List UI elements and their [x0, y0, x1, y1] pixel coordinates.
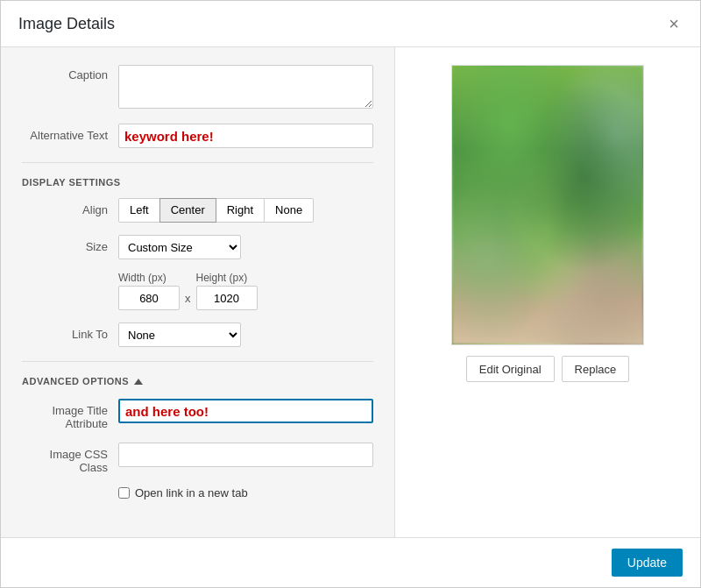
dimensions-row: Width (px) x Height (px) [118, 272, 373, 310]
modal-title: Image Details [18, 15, 115, 33]
edit-original-button[interactable]: Edit Original [466, 356, 555, 382]
new-tab-row: Open link in a new tab [118, 486, 373, 499]
preview-buttons: Edit Original Replace [466, 356, 630, 382]
caption-row: Caption [22, 65, 373, 111]
new-tab-label: Open link in a new tab [135, 486, 248, 499]
width-group: Width (px) [118, 272, 180, 310]
alt-text-input[interactable] [118, 124, 373, 148]
advanced-toggle-icon [134, 379, 143, 385]
image-title-label: Image TitleAttribute [22, 399, 118, 430]
image-title-input[interactable] [118, 399, 373, 423]
link-to-select[interactable]: None Media File Attachment Page Custom U… [118, 322, 241, 347]
size-control: Thumbnail Medium Large Custom Size [118, 235, 373, 259]
link-to-row: Link To None Media File Attachment Page … [22, 322, 373, 347]
height-group: Height (px) [196, 272, 258, 310]
divider-1 [22, 162, 373, 163]
display-settings-title: DISPLAY SETTINGS [22, 177, 373, 188]
height-label: Height (px) [196, 272, 258, 284]
caption-label: Caption [22, 65, 118, 81]
align-right-button[interactable]: Right [216, 198, 265, 223]
right-panel: Edit Original Replace [395, 47, 700, 537]
link-to-control: None Media File Attachment Page Custom U… [118, 322, 373, 347]
modal-header: Image Details × [1, 1, 700, 47]
image-preview-inner [452, 66, 643, 344]
dimension-separator: x [185, 292, 191, 305]
advanced-options-toggle[interactable]: ADVANCED OPTIONS [22, 376, 373, 386]
alt-text-control [118, 124, 373, 148]
divider-2 [22, 361, 373, 362]
advanced-options-title: ADVANCED OPTIONS [22, 376, 129, 386]
image-details-modal: Image Details × Caption Alternative Text [0, 0, 701, 588]
align-none-button[interactable]: None [264, 198, 314, 223]
new-tab-checkbox[interactable] [118, 487, 130, 499]
align-buttons: Left Center Right None [118, 198, 373, 223]
close-button[interactable]: × [665, 13, 683, 34]
modal-footer: Update [1, 537, 700, 587]
modal-body: Caption Alternative Text DISPLAY SETTING… [1, 47, 700, 537]
image-title-row: Image TitleAttribute [22, 399, 373, 430]
update-button[interactable]: Update [612, 549, 683, 577]
caption-input[interactable] [118, 65, 373, 109]
align-row: Align Left Center Right None [22, 198, 373, 223]
replace-button[interactable]: Replace [562, 356, 630, 382]
link-to-label: Link To [22, 322, 118, 341]
align-control: Left Center Right None [118, 198, 373, 223]
align-center-button[interactable]: Center [159, 198, 216, 223]
width-input[interactable] [118, 286, 180, 310]
image-title-control [118, 399, 373, 423]
size-select[interactable]: Thumbnail Medium Large Custom Size [118, 235, 241, 259]
css-class-label: Image CSS Class [22, 443, 118, 474]
css-class-row: Image CSS Class [22, 443, 373, 474]
alt-text-label: Alternative Text [22, 124, 118, 142]
size-label: Size [22, 235, 118, 253]
alt-text-row: Alternative Text [22, 124, 373, 148]
css-class-input[interactable] [118, 443, 373, 467]
height-input[interactable] [196, 286, 258, 310]
left-panel: Caption Alternative Text DISPLAY SETTING… [1, 47, 395, 537]
width-label: Width (px) [118, 272, 180, 284]
css-class-control [118, 443, 373, 467]
align-left-button[interactable]: Left [118, 198, 160, 223]
caption-control [118, 65, 373, 111]
size-row: Size Thumbnail Medium Large Custom Size [22, 235, 373, 259]
image-preview [451, 65, 644, 345]
align-label: Align [22, 198, 118, 216]
